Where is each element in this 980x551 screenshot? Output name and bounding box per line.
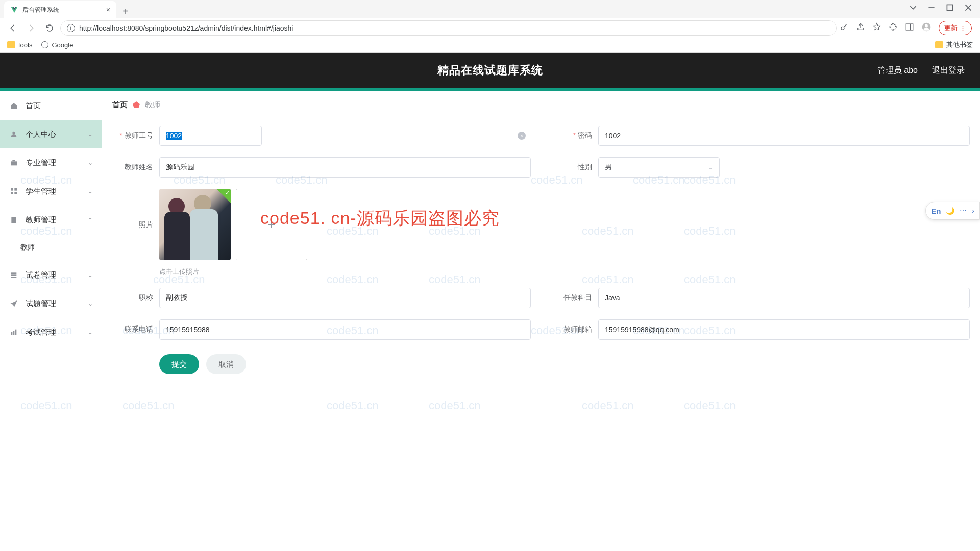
svg-rect-10 xyxy=(11,188,13,191)
breadcrumb-home[interactable]: 首页 xyxy=(112,100,128,110)
sidebar-item-major[interactable]: 专业管理 ⌄ xyxy=(0,148,102,177)
grid-icon xyxy=(9,187,18,196)
sidebar-item-label: 试题管理 xyxy=(26,299,56,309)
sidebar-item-label: 考试管理 xyxy=(26,328,56,337)
phone-input[interactable] xyxy=(159,319,531,340)
dots-icon[interactable]: ⋯ xyxy=(960,207,967,215)
minimize-icon[interactable] xyxy=(928,4,935,11)
app-header: 精品在线试题库系统 管理员 abo 退出登录 xyxy=(0,53,980,88)
info-icon[interactable]: i xyxy=(67,24,75,32)
side-panel-icon[interactable] xyxy=(905,22,914,33)
extensions-icon[interactable] xyxy=(889,22,898,33)
share-icon[interactable] xyxy=(856,22,865,33)
tab-title: 后台管理系统 xyxy=(22,6,59,14)
url-box[interactable]: i http://localhost:8080/springbootu521z/… xyxy=(60,20,837,36)
chevron-down-icon: ⌄ xyxy=(88,131,93,138)
chevron-down-icon: ⌄ xyxy=(88,329,93,336)
label-subject: 任教科目 xyxy=(551,293,592,303)
subject-input[interactable] xyxy=(598,288,970,308)
close-window-icon[interactable] xyxy=(965,4,972,11)
label-title: 职称 xyxy=(112,293,153,303)
update-button[interactable]: 更新⋮ xyxy=(939,21,972,35)
forward-button[interactable] xyxy=(23,20,39,36)
breadcrumb-current: 教师 xyxy=(145,100,160,110)
back-button[interactable] xyxy=(5,20,20,36)
globe-icon xyxy=(41,41,48,48)
sidebar-item-paper[interactable]: 试卷管理 ⌄ xyxy=(0,261,102,289)
chevron-right-icon[interactable]: › xyxy=(972,207,974,215)
content-area: 首页 教师 *教师工号 × *密码 xyxy=(102,91,980,551)
sidebar: 首页 个人中心 ⌄ 专业管理 ⌄ 学生管理 ⌄ 教师管理 ⌄ 教师 试卷管理 ⌄ xyxy=(0,91,102,551)
chevron-down-icon: ⌄ xyxy=(88,271,93,279)
photo-thumbnail[interactable] xyxy=(159,189,231,260)
profile-icon[interactable] xyxy=(921,22,932,34)
chart-icon xyxy=(9,328,18,337)
label-photo: 照片 xyxy=(112,189,153,230)
address-bar-row: i http://localhost:8080/springbootu521z/… xyxy=(0,18,980,37)
close-tab-icon[interactable]: × xyxy=(106,6,110,14)
svg-rect-8 xyxy=(11,161,17,165)
svg-rect-15 xyxy=(11,272,17,274)
label-phone: 联系电话 xyxy=(112,325,153,334)
sidebar-item-label: 学生管理 xyxy=(26,187,56,196)
chevron-down-icon[interactable] xyxy=(910,4,917,11)
sidebar-sub-teacher[interactable]: 教师 xyxy=(0,234,102,261)
reload-button[interactable] xyxy=(42,20,57,36)
bookmark-other[interactable]: 其他书签 xyxy=(935,40,973,49)
svg-rect-18 xyxy=(11,332,13,335)
label-teacher-name: 教师姓名 xyxy=(112,163,153,172)
tab-strip: 后台管理系统 × + xyxy=(0,0,980,18)
sidebar-item-label: 首页 xyxy=(26,101,41,111)
home-icon xyxy=(9,101,18,110)
maximize-icon[interactable] xyxy=(946,4,953,11)
browser-tab[interactable]: 后台管理系统 × xyxy=(4,1,116,18)
sidebar-item-teacher[interactable]: 教师管理 ⌄ xyxy=(0,206,102,234)
user-role[interactable]: 管理员 abo xyxy=(877,65,918,76)
case-icon xyxy=(9,158,18,167)
clear-input-icon[interactable]: × xyxy=(518,132,526,140)
new-tab-button[interactable]: + xyxy=(118,4,133,18)
svg-rect-14 xyxy=(11,217,16,223)
plus-icon: + xyxy=(267,216,276,233)
gender-select[interactable]: 男 ⌄ xyxy=(598,157,720,178)
email-input[interactable] xyxy=(598,319,970,340)
breadcrumb: 首页 教师 xyxy=(112,91,980,114)
bookmark-google[interactable]: Google xyxy=(41,41,73,49)
teacher-id-input[interactable] xyxy=(159,126,262,146)
submit-button[interactable]: 提交 xyxy=(159,354,199,374)
sidebar-item-label: 教师管理 xyxy=(26,215,56,225)
cancel-button[interactable]: 取消 xyxy=(206,354,246,374)
ime-toolbar[interactable]: En 🌙 ⋯ › xyxy=(925,202,980,220)
svg-point-7 xyxy=(12,132,15,134)
svg-rect-3 xyxy=(906,24,913,30)
folder-icon xyxy=(935,41,943,48)
sidebar-item-student[interactable]: 学生管理 ⌄ xyxy=(0,177,102,206)
logout-link[interactable]: 退出登录 xyxy=(932,65,965,76)
chevron-down-icon: ⌄ xyxy=(88,300,93,307)
moon-icon[interactable]: 🌙 xyxy=(946,207,954,215)
folder-icon xyxy=(7,41,15,48)
vue-icon xyxy=(10,6,18,14)
upload-photo-button[interactable]: + xyxy=(236,189,307,260)
breadcrumb-sep-icon xyxy=(133,101,140,108)
title-input[interactable] xyxy=(159,288,531,308)
password-input[interactable] xyxy=(598,126,970,146)
svg-rect-11 xyxy=(14,188,17,191)
sidebar-item-question[interactable]: 试题管理 ⌄ xyxy=(0,289,102,318)
bookmark-tools[interactable]: tools xyxy=(7,41,32,49)
svg-rect-20 xyxy=(15,330,17,335)
bookmark-star-icon[interactable] xyxy=(872,22,881,33)
key-icon[interactable] xyxy=(840,22,849,33)
browser-chrome: 后台管理系统 × + i http://localhost:8080/sprin… xyxy=(0,0,980,53)
teacher-name-input[interactable] xyxy=(159,157,531,178)
sidebar-item-exam[interactable]: 考试管理 ⌄ xyxy=(0,318,102,346)
chevron-down-icon: ⌄ xyxy=(88,159,93,166)
chevron-down-icon: ⌄ xyxy=(88,188,93,195)
ime-mode[interactable]: En xyxy=(931,207,941,215)
sidebar-item-label: 个人中心 xyxy=(26,130,56,139)
sidebar-item-home[interactable]: 首页 xyxy=(0,91,102,120)
sidebar-item-label: 试卷管理 xyxy=(26,270,56,280)
sidebar-item-profile[interactable]: 个人中心 ⌄ xyxy=(0,120,102,148)
window-controls xyxy=(903,0,978,15)
app-title: 精品在线试题库系统 xyxy=(0,63,980,78)
